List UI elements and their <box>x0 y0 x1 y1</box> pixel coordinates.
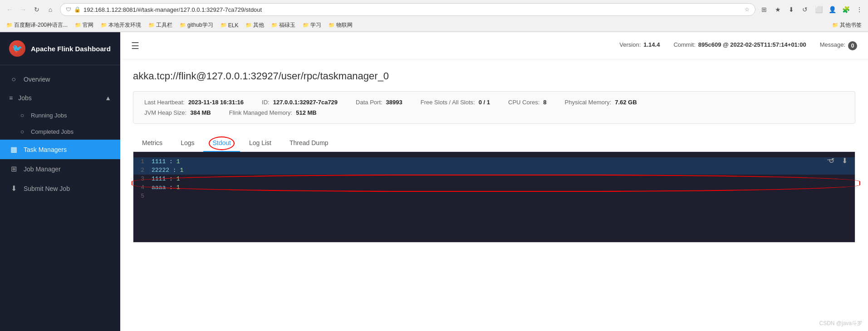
sidebar-item-overview[interactable]: ○ Overview <box>0 70 120 89</box>
line-number: 3 <box>133 175 152 182</box>
message-value: 0 <box>848 41 857 50</box>
sidebar-item-label: Jobs <box>18 94 32 102</box>
app-logo: 🐦 <box>9 40 25 57</box>
page-content: akka.tcp://flink@127.0.0.1:32927/user/rp… <box>120 59 868 253</box>
bookmark-github[interactable]: 📁 github学习 <box>177 20 216 30</box>
bookmark-label: 工具栏 <box>156 21 172 29</box>
code-area: ─ ↺ ⬇ 1 1111 : 1 2 22222 : 1 <box>133 152 855 243</box>
circle-icon: ○ <box>18 128 26 135</box>
sidebar-item-job-manager[interactable]: ⊞ Job Manager <box>0 159 120 179</box>
download-code-button[interactable]: ⬇ <box>840 156 849 166</box>
app-title: Apache Flink Dashboard <box>31 45 111 53</box>
bookmark-fuluyu[interactable]: 📁 福碌玉 <box>269 20 298 30</box>
sidebar-item-label: Submit New Job <box>24 185 70 192</box>
sidebar-sub-label: Running Jobs <box>31 112 67 119</box>
qr-icon[interactable]: ⊞ <box>759 5 769 15</box>
flink-memory-label: Flink Managed Memory: <box>229 109 292 116</box>
free-slots-value: 0 / 1 <box>479 99 490 106</box>
flink-memory-pair: Flink Managed Memory: 512 MB <box>229 109 317 116</box>
reload-button[interactable]: ↻ <box>31 4 43 15</box>
folder-icon: 📁 <box>221 22 227 28</box>
bookmark-others-folder[interactable]: 📁 其他书签 <box>829 20 864 30</box>
id-pair: ID: 127.0.0.1:32927-7ca729 <box>262 99 338 106</box>
bookmark-tools[interactable]: 📁 工具栏 <box>146 20 175 30</box>
free-slots-pair: Free Slots / All Slots: 0 / 1 <box>421 99 490 106</box>
id-label: ID: <box>262 99 270 106</box>
bookmark-label: 本地开发环境 <box>108 21 141 29</box>
line-number: 4 <box>133 184 152 191</box>
bookmark-elk[interactable]: 📁 ELK <box>218 21 241 29</box>
jobs-icon: ≡ <box>9 94 13 102</box>
nav-buttons: ← → ↻ ⌂ <box>4 4 56 15</box>
forward-button[interactable]: → <box>17 4 29 15</box>
line-content: 1111 : 1 <box>152 175 180 182</box>
page-title: akka.tcp://flink@127.0.0.1:32927/user/rp… <box>133 70 855 82</box>
heartbeat-value: 2023-11-18 16:31:16 <box>188 99 244 106</box>
top-bar: ☰ Version: 1.14.4 Commit: 895c609 @ 2022… <box>120 32 868 59</box>
bookmark-dev[interactable]: 📁 本地开发环境 <box>98 20 144 30</box>
star-icon[interactable]: ☆ <box>745 6 750 13</box>
tab-log-list[interactable]: Log List <box>240 135 280 152</box>
bookmark-label: github学习 <box>187 21 213 29</box>
bookmark-baidu[interactable]: 📁 百度翻译-200种语言... <box>4 20 70 30</box>
line-content: aaaa : 1 <box>152 184 180 191</box>
flink-memory-value: 512 MB <box>296 109 317 116</box>
url-text: 192.168.1.122:8081/#/task-manager/127.0.… <box>83 6 742 13</box>
commit-label: Commit: <box>673 41 695 50</box>
watermark: CSDN @java斗罗 <box>819 320 863 327</box>
sidebar-item-running-jobs[interactable]: ○ Running Jobs <box>0 107 120 123</box>
data-port-pair: Data Port: 38993 <box>356 99 402 106</box>
profile-icon[interactable]: 👤 <box>827 5 837 15</box>
folder-icon: 📁 <box>303 22 309 28</box>
task-managers-icon: ▦ <box>9 145 18 154</box>
info-grid: Last Heartbeat: 2023-11-18 16:31:16 ID: … <box>133 91 855 124</box>
address-bar[interactable]: 🛡 🔒 192.168.1.122:8081/#/task-manager/12… <box>60 3 755 16</box>
sidebar-item-jobs[interactable]: ≡ Jobs ▲ <box>0 89 120 107</box>
tab-thread-dump[interactable]: Thread Dump <box>280 135 338 152</box>
bookmark-other[interactable]: 📁 其他 <box>243 20 267 30</box>
heartbeat-pair: Last Heartbeat: 2023-11-18 16:31:16 <box>144 99 244 106</box>
history-icon[interactable]: ↺ <box>800 5 810 15</box>
sidebar-item-completed-jobs[interactable]: ○ Completed Jobs <box>0 123 120 140</box>
code-line: 4 aaaa : 1 <box>133 183 855 192</box>
sidebar-item-label: Task Managers <box>24 146 67 153</box>
jvm-heap-value: 384 MB <box>190 109 211 116</box>
tab-stdout[interactable]: Stdout <box>203 135 240 152</box>
screenshot-icon[interactable]: ⬜ <box>814 5 824 15</box>
bookmark-official[interactable]: 📁 官网 <box>72 20 96 30</box>
home-button[interactable]: ⌂ <box>44 4 56 15</box>
folder-icon: 📁 <box>6 22 13 28</box>
tab-logs[interactable]: Logs <box>172 135 203 152</box>
sidebar-header: 🐦 Apache Flink Dashboard <box>0 32 120 65</box>
main-content: ☰ Version: 1.14.4 Commit: 895c609 @ 2022… <box>120 32 868 331</box>
browser-toolbar: ← → ↻ ⌂ 🛡 🔒 192.168.1.122:8081/#/task-ma… <box>0 0 868 19</box>
extension-icon[interactable]: 🧩 <box>841 5 851 15</box>
bookmark-iot[interactable]: 📁 物联网 <box>326 20 355 30</box>
sidebar-item-label: Job Manager <box>24 166 61 173</box>
menu-icon[interactable]: ⋮ <box>854 5 864 15</box>
id-value: 127.0.0.1:32927-7ca729 <box>273 99 338 106</box>
download-icon[interactable]: ⬇ <box>786 5 796 15</box>
refresh-code-button[interactable]: ↺ <box>827 156 836 166</box>
bookmark-label: 其他书签 <box>840 21 862 29</box>
browser-actions: ⊞ ★ ⬇ ↺ ⬜ 👤 🧩 ⋮ <box>759 5 864 15</box>
back-button[interactable]: ← <box>4 4 15 15</box>
heartbeat-label: Last Heartbeat: <box>144 99 185 106</box>
version-info: Version: 1.14.4 <box>619 41 660 50</box>
info-row-2: JVM Heap Size: 384 MB Flink Managed Memo… <box>144 109 844 116</box>
folder-icon: 📁 <box>101 22 107 28</box>
shield-icon: 🛡 <box>66 6 71 13</box>
bookmark-icon[interactable]: ★ <box>773 5 783 15</box>
sidebar: 🐦 Apache Flink Dashboard ○ Overview ≡ Jo… <box>0 32 120 331</box>
code-lines: 1 1111 : 1 2 22222 : 1 3 1111 : 1 <box>133 152 855 206</box>
sidebar-item-task-managers[interactable]: ▦ Task Managers <box>0 140 120 159</box>
data-port-label: Data Port: <box>356 99 383 106</box>
code-line: 5 <box>133 192 855 200</box>
commit-info: Commit: 895c609 @ 2022-02-25T11:57:14+01… <box>673 41 806 50</box>
bookmark-study[interactable]: 📁 学习 <box>300 20 324 30</box>
hamburger-icon[interactable]: ☰ <box>131 40 139 51</box>
tab-metrics[interactable]: Metrics <box>133 135 172 152</box>
sidebar-item-submit-job[interactable]: ⬇ Submit New Job <box>0 179 120 198</box>
code-line: 2 22222 : 1 <box>133 166 855 175</box>
job-manager-icon: ⊞ <box>9 165 18 173</box>
